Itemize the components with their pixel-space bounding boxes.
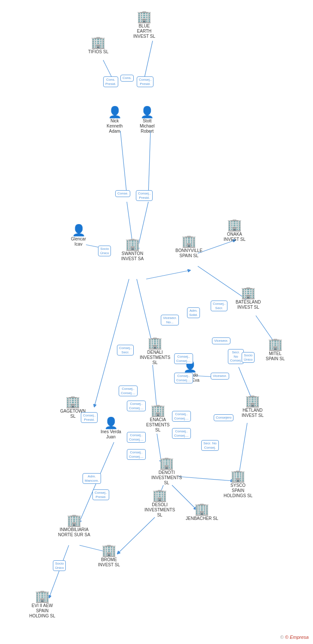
- badge-consej-consej-2[interactable]: Consej..Consej....: [174, 373, 193, 383]
- badge-consej-consej-enacia-1[interactable]: Consej..Consej....: [172, 411, 191, 422]
- svg-line-22: [118, 517, 155, 553]
- label-denoti: DENOTI INVESTMENTS SL: [151, 470, 182, 486]
- building-icon-desoli: 🏢: [152, 489, 167, 501]
- svg-line-9: [137, 279, 153, 346]
- building-icon-bonnyville: 🏢: [181, 235, 196, 247]
- building-icon-inmobiliaria: 🏢: [67, 514, 82, 526]
- badge-vicesecr[interactable]: Vicesecr.No...: [161, 315, 179, 325]
- person-icon-glencar: 👤: [72, 225, 86, 236]
- badge-adm-solid[interactable]: Adm.Solid.: [187, 307, 200, 318]
- node-swanton: 🏢 SWANTON INVEST SA: [121, 238, 144, 261]
- label-jenbacher: JENBACHER SL: [186, 516, 218, 521]
- label-inmobiliaria: INMOBILIARIA NORTE SUR SA: [58, 527, 90, 538]
- badge-consej-presid-3[interactable]: Consej..Presid.: [137, 76, 153, 87]
- building-icon-blue-earth: 🏢: [137, 11, 152, 23]
- badge-socio-unico-mitel[interactable]: SocioÚnico: [242, 352, 255, 363]
- node-hetland: 🏢 HETLAND INVEST SL: [242, 395, 264, 418]
- badge-consej-consej-3[interactable]: Consej..Consej....: [119, 386, 138, 396]
- diagram-container: 🏢 BLUE EARTH INVEST SL 🏢 TIFIOS SL 👤 Nic…: [0, 0, 313, 644]
- badge-consej-consej-5[interactable]: Consej..Consej....: [127, 432, 146, 443]
- label-swanton: SWANTON INVEST SA: [121, 251, 144, 261]
- node-evi: 🏢 EVI II AEW SPAIN HOLDING SL: [29, 590, 55, 619]
- svg-line-8: [198, 240, 234, 253]
- node-nick: 👤 Nick Kenneth Adam: [107, 106, 123, 134]
- badge-secr-no-consej-2[interactable]: Secr. NoConsej.: [201, 440, 219, 451]
- label-brome: BROME INVEST SL: [98, 557, 120, 568]
- badge-adm-mancom[interactable]: Adm.Mancom.: [83, 473, 101, 484]
- label-stott: Stott Michael Robert: [140, 118, 154, 134]
- label-nick: Nick Kenneth Adam: [107, 118, 123, 134]
- label-blue-earth: BLUE EARTH INVEST SL: [133, 24, 155, 39]
- building-icon-tifios: 🏢: [91, 36, 106, 49]
- svg-line-2: [120, 131, 127, 195]
- node-bonnyville: 🏢 BONNYVILLE SPAIN SL: [175, 235, 203, 258]
- node-enacia: 🏢 ENACIA ESTMENTS SL: [146, 404, 169, 433]
- node-brome: 🏢 BROME INVEST SL: [98, 544, 120, 568]
- badge-consej-consej-1[interactable]: Consej..Consej....: [174, 353, 193, 364]
- badge-consejero-hetland[interactable]: Consejero: [214, 414, 233, 421]
- label-sysco: SYSCO SPAIN HOLDINGS SL: [224, 483, 252, 498]
- label-mitel: MITEL SPAIN SL: [266, 351, 285, 361]
- node-batesland: 🏢 BATESLAND INVEST SL: [236, 287, 261, 310]
- copyright: © © Empresa: [280, 635, 309, 640]
- svg-line-7: [146, 270, 189, 279]
- building-icon-gagetown: 🏢: [65, 396, 80, 408]
- label-glencar: Glencar Icav: [71, 237, 86, 247]
- building-icon-swanton: 🏢: [125, 238, 140, 250]
- node-stott: 👤 Stott Michael Robert: [140, 106, 154, 134]
- node-denoti: 🏢 DENOTI INVESTMENTS SL: [151, 457, 182, 486]
- building-icon-denoti: 🏢: [159, 457, 174, 469]
- node-desoli: 🏢 DESOLI INVESTMENTS SL: [144, 489, 175, 518]
- node-glencar: 👤 Glencar Icav: [71, 225, 86, 247]
- badge-socio-unico-glencar[interactable]: SocioÚnico: [98, 246, 111, 256]
- connections-svg: [0, 0, 313, 644]
- node-mitel: 🏢 MITEL SPAIN SL: [266, 338, 285, 361]
- label-desoli: DESOLI INVESTMENTS SL: [144, 502, 175, 518]
- node-onaka: 🏢 ONAKA INVEST SL: [224, 219, 245, 242]
- badge-consej-secr-1[interactable]: Consej..Secr.: [211, 301, 227, 311]
- building-icon-enacia: 🏢: [150, 404, 166, 416]
- building-icon-sysco: 🏢: [230, 470, 245, 482]
- badge-consej-consej-enacia-2[interactable]: Consej..Consej....: [172, 428, 191, 439]
- building-icon-evi: 🏢: [35, 590, 50, 602]
- label-evi: EVI II AEW SPAIN HOLDING SL: [29, 603, 55, 619]
- building-icon-jenbacher: 🏢: [194, 503, 209, 515]
- badge-consej-presid-mid[interactable]: Consej..Presid.: [136, 190, 153, 201]
- svg-line-3: [148, 131, 150, 195]
- badge-consej-presid-gagetown[interactable]: Consej..Presid.: [81, 412, 98, 423]
- label-tifios: TIFIOS SL: [88, 49, 108, 55]
- label-hetland: HETLAND INVEST SL: [242, 408, 264, 418]
- badge-consej-presid-brome[interactable]: Consej..Presid.: [92, 489, 109, 500]
- person-icon-ines: 👤: [104, 417, 118, 428]
- label-bonnyville: BONNYVILLE SPAIN SL: [175, 248, 203, 258]
- building-icon-hetland: 🏢: [245, 395, 260, 407]
- node-inmobiliaria: 🏢 INMOBILIARIA NORTE SUR SA: [58, 514, 90, 538]
- badge-conse-mid[interactable]: Conse.: [115, 190, 130, 197]
- badge-consej-consej-4[interactable]: Consej..Consej....: [127, 401, 146, 411]
- building-icon-mitel: 🏢: [268, 338, 283, 350]
- node-sysco: 🏢 SYSCO SPAIN HOLDINGS SL: [224, 470, 252, 498]
- building-icon-brome: 🏢: [101, 544, 117, 556]
- building-icon-onaka: 🏢: [227, 219, 242, 231]
- building-icon-denali: 🏢: [147, 337, 163, 349]
- person-icon-stott: 👤: [140, 106, 154, 118]
- building-icon-batesland: 🏢: [241, 287, 256, 299]
- label-onaka: ONAKA INVEST SL: [224, 232, 245, 242]
- node-jenbacher: 🏢 JENBACHER SL: [186, 503, 218, 521]
- node-tifios: 🏢 TIFIOS SL: [88, 36, 108, 55]
- badge-viceseor-1[interactable]: Viceseor.: [212, 337, 230, 344]
- badge-consej-consej-6[interactable]: Consej..Consej....: [127, 449, 146, 460]
- node-ines: 👤 Ines Verda Juan: [101, 417, 121, 440]
- badge-socio-unico-evi[interactable]: SocioÚnico: [53, 560, 66, 571]
- badge-consej-secr-denali[interactable]: Consej..Secr.: [117, 345, 134, 355]
- svg-line-23: [239, 423, 247, 477]
- label-enacia: ENACIA ESTMENTS SL: [146, 417, 169, 433]
- person-icon-nick: 👤: [108, 106, 122, 118]
- badge-cons-presid-1[interactable]: Cons.Presid.: [103, 76, 118, 87]
- badge-cons-2[interactable]: Cons.: [120, 75, 134, 82]
- badge-viceseor-2[interactable]: Viceseor.: [211, 373, 229, 380]
- label-batesland: BATESLAND INVEST SL: [236, 300, 261, 310]
- label-ines: Ines Verda Juan: [101, 429, 121, 440]
- copyright-brand: © Empresa: [285, 635, 309, 640]
- svg-line-1: [144, 41, 153, 79]
